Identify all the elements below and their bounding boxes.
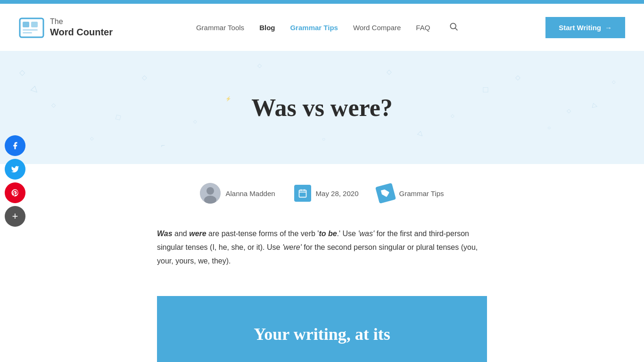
nav-word-compare[interactable]: Word Compare: [353, 24, 401, 32]
was-bold: Was: [157, 230, 173, 238]
article-category: Grammar Tips: [399, 189, 444, 197]
main-nav: Grammar Tools Blog Grammar Tips Word Com…: [196, 18, 462, 37]
more-share-button[interactable]: +: [5, 206, 25, 227]
site-logo[interactable]: The Word Counter: [19, 15, 113, 40]
cta-title: Your writing, at its: [254, 325, 390, 344]
svg-rect-3: [23, 29, 38, 31]
search-icon: [449, 22, 458, 31]
deco-shape: ◇: [193, 119, 197, 124]
top-accent-bar: [0, 0, 644, 4]
deco-shape: ◇: [19, 68, 25, 77]
deco-shape: ▷: [30, 84, 41, 96]
svg-rect-1: [23, 22, 29, 27]
svg-line-6: [455, 28, 458, 30]
deco-shape: ◇: [612, 79, 616, 84]
deco-shape: □: [115, 113, 122, 122]
nav-grammar-tips[interactable]: Grammar Tips: [290, 24, 338, 32]
to-be-bold: to be: [319, 230, 337, 238]
facebook-icon: [11, 141, 19, 150]
article-title: Was vs were?: [251, 94, 392, 122]
svg-point-5: [451, 23, 456, 29]
site-header: The Word Counter Grammar Tools Blog Gram…: [0, 4, 644, 51]
deco-shape: ⚡: [225, 96, 231, 101]
deco-shape: ◇: [142, 74, 147, 81]
date-meta: May 28, 2020: [294, 185, 359, 202]
bottom-cta: Your writing, at its: [157, 296, 487, 362]
logo-the: The: [50, 17, 113, 26]
svg-rect-10: [299, 190, 306, 197]
article-meta: Alanna Madden May 28, 2020 Grammar Tips: [0, 164, 644, 213]
hero-section: ◇ ◇ ◇ ◇ ◇ ◇ ◇ ◇ ◇ ◇ ◇ ▷ □ ⌐ ⚡ ○ ▷ □ ○ ▷ …: [0, 51, 644, 164]
search-button[interactable]: [445, 18, 462, 37]
svg-rect-0: [20, 18, 43, 37]
tag-icon: [375, 183, 396, 204]
pinterest-share-button[interactable]: [5, 182, 25, 203]
avatar-image: [200, 183, 221, 204]
nav-blog[interactable]: Blog: [259, 24, 275, 32]
logo-word-counter: Word Counter: [50, 26, 113, 38]
were-bold: were: [189, 230, 206, 238]
svg-point-8: [206, 187, 214, 195]
svg-rect-2: [31, 22, 38, 27]
svg-rect-4: [23, 32, 32, 33]
nav-faq[interactable]: FAQ: [416, 24, 430, 32]
article-paragraph: Was and were are past-tense forms of the…: [157, 227, 487, 268]
logo-text: The Word Counter: [50, 17, 113, 37]
deco-shape: ▷: [592, 101, 599, 110]
deco-shape: ◇: [387, 68, 392, 75]
author-name: Alanna Madden: [225, 189, 275, 197]
deco-shape: ▷: [417, 129, 426, 138]
deco-shape: ◇: [451, 113, 454, 118]
twitter-icon: [11, 165, 19, 173]
facebook-share-button[interactable]: [5, 135, 25, 156]
deco-shape: □: [483, 85, 488, 95]
deco-shape: ◇: [90, 136, 94, 141]
deco-shape: ○: [547, 124, 551, 131]
deco-shape: ◇: [515, 74, 520, 81]
article-content: Was and were are past-tense forms of the…: [138, 213, 506, 296]
article-date: May 28, 2020: [316, 189, 359, 197]
author-meta: Alanna Madden: [200, 183, 275, 204]
start-writing-button[interactable]: Start Writing →: [545, 17, 625, 38]
deco-shape: ○: [322, 136, 325, 142]
deco-shape: ◇: [567, 107, 571, 114]
calendar-icon: [294, 185, 311, 202]
deco-shape: ◇: [51, 102, 56, 108]
deco-shape: ◇: [257, 62, 262, 69]
twitter-share-button[interactable]: [5, 159, 25, 180]
nav-grammar-tools[interactable]: Grammar Tools: [196, 24, 244, 32]
deco-shape: ⌐: [161, 141, 165, 149]
more-icon: +: [12, 210, 18, 222]
category-meta: Grammar Tips: [377, 185, 444, 202]
social-sidebar: +: [0, 131, 30, 231]
pinterest-icon: [11, 189, 19, 197]
logo-icon: [19, 15, 44, 40]
author-avatar: [200, 183, 221, 204]
